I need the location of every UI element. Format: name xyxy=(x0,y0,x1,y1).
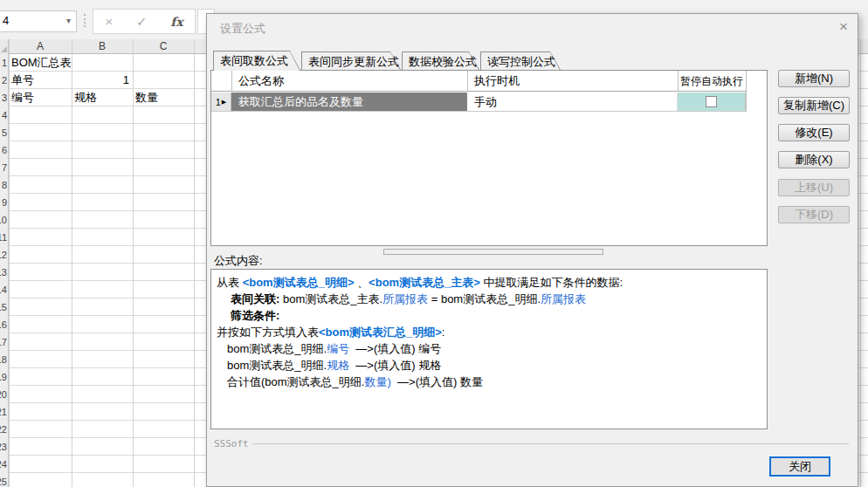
formula-name-cell[interactable]: 获取汇总后的品名及数量 xyxy=(231,93,467,112)
grid-line xyxy=(860,39,861,487)
formula-content-line: 从表 <bom测试表总_明细> 、<bom测试表总_主表> 中提取满足如下条件的… xyxy=(217,274,761,291)
formula-content-line: 表间关联: bom测试表总_主表.所属报表 = bom测试表总_明细.所属报表 xyxy=(217,291,761,307)
row-header-cell[interactable]: 23 xyxy=(0,438,8,456)
row-header-cell[interactable]: 3 xyxy=(0,89,8,106)
column-header-c[interactable]: C xyxy=(133,39,194,53)
formula-list-header-name: 公式名称 xyxy=(231,71,467,92)
row-header-column: 1234567891011121314151617181920212223242… xyxy=(0,54,9,487)
tab-sync-update[interactable]: 表间同步更新公式 xyxy=(301,51,401,70)
row-header-cell[interactable]: 4 xyxy=(0,106,8,124)
formula-bar-buttons: × ✓ fx xyxy=(93,9,196,34)
row-header-cell[interactable]: 25 xyxy=(0,473,8,487)
table-link[interactable]: <bom测试表总_主表> xyxy=(369,276,480,289)
field-link[interactable]: 编号 xyxy=(327,342,349,355)
move-down-button: 下移(D) xyxy=(778,206,850,223)
tab-cross-table-fetch[interactable]: 表间取数公式 xyxy=(213,51,300,71)
copy-add-button[interactable]: 复制新增(C) xyxy=(778,97,850,114)
cell-A3[interactable]: 编号 xyxy=(9,89,72,106)
cancel-icon[interactable]: × xyxy=(105,14,113,29)
row-header-cell[interactable]: 13 xyxy=(0,264,8,281)
formula-content-panel[interactable]: 从表 <bom测试表总_明细> 、<bom测试表总_主表> 中提取满足如下条件的… xyxy=(210,269,768,429)
dialog-title: 设置公式 xyxy=(220,21,265,37)
toolbar-separator xyxy=(84,14,86,27)
row-header-cell[interactable]: 15 xyxy=(0,298,8,316)
row-header-cell[interactable]: 8 xyxy=(0,176,8,194)
name-box-dropdown-icon[interactable]: ▾ xyxy=(66,16,71,25)
field-link[interactable]: 规格 xyxy=(327,359,349,372)
grid-line xyxy=(231,71,232,92)
dialog-close-icon[interactable]: × xyxy=(839,18,848,36)
row-header-cell[interactable]: 17 xyxy=(0,333,8,351)
groupbox-rule xyxy=(252,443,849,444)
pause-checkbox[interactable] xyxy=(706,96,717,107)
close-button[interactable]: 关闭 xyxy=(769,456,830,477)
row-header-cell[interactable]: 16 xyxy=(0,316,8,333)
column-header-a[interactable]: A xyxy=(9,39,72,53)
formula-content-line: 筛选条件: xyxy=(217,307,761,324)
formula-content-label: 公式内容: xyxy=(214,253,263,269)
set-formula-dialog: 设置公式 × 表间取数公式 表间同步更新公式 数据校验公式 读写控制公式 公式名… xyxy=(206,13,858,487)
grid-line xyxy=(467,71,468,92)
row-header-cell[interactable]: 7 xyxy=(0,159,8,176)
field-link[interactable]: 所属报表 xyxy=(541,292,586,305)
tab-data-validation[interactable]: 数据校验公式 xyxy=(402,51,479,70)
row-header-cell[interactable]: 20 xyxy=(0,386,8,403)
row-header-cell[interactable]: 22 xyxy=(0,421,8,438)
formula-list-header-paused: 暂停自动执行 xyxy=(678,71,746,92)
formula-list: 公式名称 执行时机 暂停自动执行 1 ▶ 获取汇总后的品名及数量 手动 xyxy=(210,70,768,246)
formula-content-line: bom测试表总_明细.编号 —>(填入值) 编号 xyxy=(217,340,761,357)
formula-list-header-index xyxy=(211,71,231,92)
cell-C3[interactable]: 数量 xyxy=(133,89,194,106)
formula-paused-cell[interactable] xyxy=(678,93,746,112)
row-header-cell[interactable]: 14 xyxy=(0,281,8,298)
modify-button[interactable]: 修改(E) xyxy=(778,124,850,141)
row-indicator: 1 ▶ xyxy=(211,93,231,112)
grid-line xyxy=(678,71,679,92)
formula-timing-cell[interactable]: 手动 xyxy=(467,93,678,112)
row-index: 1 xyxy=(216,97,221,107)
formula-content-line: bom测试表总_明细.规格 —>(填入值) 规格 xyxy=(217,357,761,374)
table-link[interactable]: <bom测试表总_明细> xyxy=(243,276,355,289)
formula-content-line: 合计值(bom测试表总_明细.数量) —>(填入值) 数量 xyxy=(217,374,761,390)
move-up-button: 上移(U) xyxy=(778,179,850,196)
row-header-cell[interactable]: 9 xyxy=(0,194,8,211)
cell-B3[interactable]: 规格 xyxy=(72,89,133,106)
horizontal-scrollbar-thumb[interactable] xyxy=(383,249,603,255)
row-marker-icon: ▶ xyxy=(222,99,226,106)
column-header-b[interactable]: B xyxy=(72,39,133,53)
row-header-cell[interactable]: 11 xyxy=(0,229,8,246)
cell-A2[interactable]: 单号 xyxy=(9,72,72,89)
confirm-icon[interactable]: ✓ xyxy=(136,14,148,30)
name-box[interactable]: 4 ▾ xyxy=(0,10,77,32)
formula-list-header-timing: 执行时机 xyxy=(467,71,678,92)
row-header-cell[interactable]: 10 xyxy=(0,211,8,229)
formula-content-line: 并按如下方式填入表<bom测试表汇总_明细>: xyxy=(217,324,761,340)
row-header-cell[interactable]: 1 xyxy=(0,54,8,72)
insert-function-icon[interactable]: fx xyxy=(170,15,183,29)
field-link[interactable]: 数量) xyxy=(364,375,390,388)
row-header-cell[interactable]: 18 xyxy=(0,351,8,368)
row-header-cell[interactable]: 2 xyxy=(0,72,8,89)
row-header-cell[interactable]: 6 xyxy=(0,141,8,159)
cell-B2[interactable]: 1 xyxy=(72,72,133,89)
row-header-cell[interactable]: 5 xyxy=(0,124,8,141)
row-header-cell[interactable]: 24 xyxy=(0,456,8,473)
add-button[interactable]: 新增(N) xyxy=(778,70,850,87)
cell-A1[interactable]: BOM汇总表 xyxy=(9,54,105,72)
select-all-corner[interactable] xyxy=(0,39,9,54)
grid-line xyxy=(194,39,195,487)
row-header-cell[interactable]: 12 xyxy=(0,246,8,264)
name-box-value: 4 xyxy=(3,14,9,27)
brand-label: SSSoft xyxy=(214,438,249,449)
delete-button[interactable]: 删除(X) xyxy=(778,151,850,168)
field-link[interactable]: 所属报表 xyxy=(382,292,428,305)
table-link[interactable]: <bom测试表汇总_明细> xyxy=(319,326,442,339)
tab-read-write-control[interactable]: 读写控制公式 xyxy=(480,51,561,70)
row-header-cell[interactable]: 19 xyxy=(0,368,8,386)
row-header-cell[interactable]: 21 xyxy=(0,403,8,421)
formula-row[interactable]: 1 ▶ 获取汇总后的品名及数量 手动 xyxy=(211,93,767,112)
